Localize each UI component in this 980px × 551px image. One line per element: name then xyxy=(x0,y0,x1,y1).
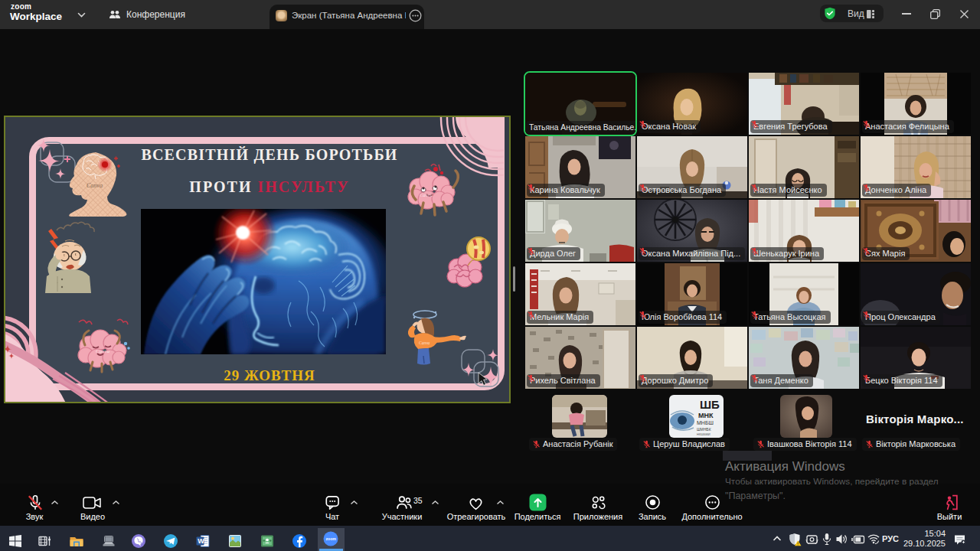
svg-text:МНК: МНК xyxy=(698,412,714,419)
svg-text:Canva: Canva xyxy=(419,341,430,345)
svg-text:ШБ: ШБ xyxy=(700,398,720,411)
svg-text:МНБШ: МНБШ xyxy=(697,420,714,425)
svg-text:ШМНБК: ШМНБК xyxy=(697,427,711,432)
svg-text:НКШБМИ: НКШБМИ xyxy=(697,432,710,436)
svg-text:zoom: zoom xyxy=(325,536,336,541)
svg-text:W: W xyxy=(198,537,204,545)
svg-text:Canva: Canva xyxy=(96,348,110,354)
